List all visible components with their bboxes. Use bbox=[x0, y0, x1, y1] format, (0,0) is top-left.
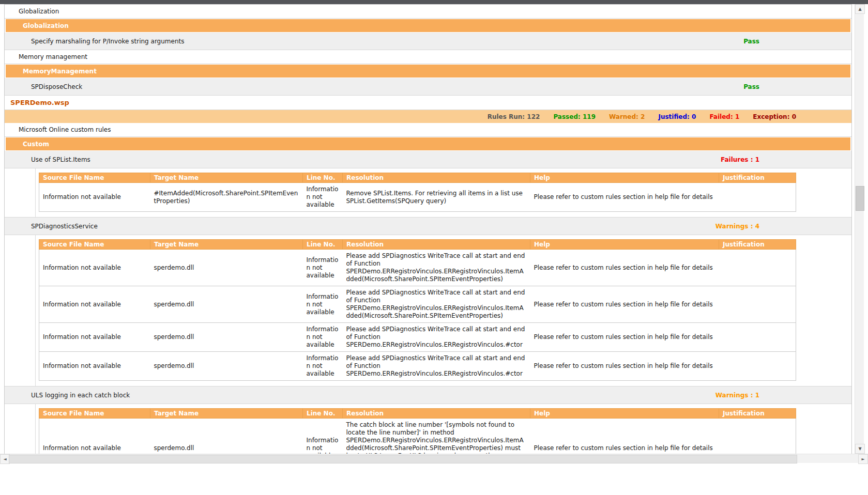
cell-source-file-name: Information not available bbox=[39, 352, 150, 381]
vertical-scrollbar[interactable]: ▲ ▼ bbox=[855, 4, 864, 454]
findings-table-wrap: Source File Name Target Name Line No. Re… bbox=[5, 404, 851, 454]
cell-help: Please refer to custom rules section in … bbox=[530, 183, 719, 212]
cell-target-name: sperdemo.dll bbox=[150, 352, 303, 381]
col-header-line-no: Line No. bbox=[303, 173, 343, 183]
group-banner-label: Custom bbox=[23, 141, 49, 148]
scroll-down-icon: ▼ bbox=[858, 447, 861, 451]
cell-help: Please refer to custom rules section in … bbox=[530, 419, 719, 455]
group-banner-label: Globalization bbox=[23, 22, 69, 29]
vertical-scrollbar-thumb[interactable] bbox=[856, 186, 864, 211]
scroll-right-button[interactable]: ► bbox=[858, 454, 868, 464]
cell-justification bbox=[719, 250, 796, 286]
cell-source-file-name: Information not available bbox=[39, 250, 150, 286]
col-header-justification: Justification bbox=[719, 173, 796, 183]
horizontal-scrollbar-thumb[interactable] bbox=[9, 455, 797, 463]
table-header-row: Source File Name Target Name Line No. Re… bbox=[39, 173, 796, 183]
cell-line-no: Information not available bbox=[303, 250, 343, 286]
summary-bar: Rules Run: 122 Passed: 119 Warned: 2 Jus… bbox=[5, 110, 851, 123]
cell-justification bbox=[719, 286, 796, 323]
rule-label: Specify marshaling for P/Invoke string a… bbox=[31, 38, 184, 45]
rule-row-spdisposecheck[interactable]: SPDisposeCheck Pass bbox=[5, 78, 851, 96]
col-header-line-no: Line No. bbox=[303, 409, 343, 419]
cell-resolution: The catch block at line number '[symbols… bbox=[343, 419, 530, 455]
group-banner-globalization: Globalization bbox=[6, 19, 850, 32]
cell-resolution: Remove SPList.Items. For retrieving all … bbox=[343, 183, 530, 212]
summary-justified: Justified: 0 bbox=[658, 113, 696, 120]
status-badge: Pass bbox=[743, 38, 759, 45]
col-header-source-file-name: Source File Name bbox=[39, 173, 150, 183]
cell-line-no: Information not available bbox=[303, 183, 343, 212]
cell-justification bbox=[719, 352, 796, 381]
summary-failed: Failed: 1 bbox=[709, 113, 739, 120]
table-row: Information not available sperdemo.dll I… bbox=[39, 323, 796, 352]
col-header-target-name: Target Name bbox=[150, 173, 303, 183]
table-row: Information not available sperdemo.dll I… bbox=[39, 250, 796, 286]
category-row-globalization[interactable]: Globalization bbox=[5, 5, 851, 19]
summary-warned: Warned: 2 bbox=[609, 113, 645, 120]
summary-passed: Passed: 119 bbox=[553, 113, 596, 120]
col-header-source-file-name: Source File Name bbox=[39, 409, 150, 419]
cell-justification bbox=[719, 323, 796, 352]
summary-rules-run: Rules Run: 122 bbox=[488, 113, 540, 120]
status-badge: Warnings : 1 bbox=[715, 392, 759, 399]
analysis-report: Globalization Globalization Specify mars… bbox=[4, 4, 852, 454]
status-badge: Failures : 1 bbox=[721, 156, 759, 163]
cell-line-no: Information not available bbox=[303, 352, 343, 381]
col-header-help: Help bbox=[530, 240, 719, 250]
rule-row-spdiagnosticsservice[interactable]: SPDiagnosticsService Warnings : 4 bbox=[5, 218, 851, 235]
rule-label: SPDisposeCheck bbox=[31, 83, 82, 90]
col-header-help: Help bbox=[530, 173, 719, 183]
table-row: Information not available sperdemo.dll I… bbox=[39, 352, 796, 381]
cell-resolution: Please add SPDiagnostics WriteTrace call… bbox=[343, 352, 530, 381]
cell-justification bbox=[719, 183, 796, 212]
summary-exception: Exception: 0 bbox=[753, 113, 796, 120]
window-top-strip bbox=[0, 0, 868, 4]
category-label: Memory management bbox=[19, 53, 87, 60]
rule-row-uls-logging[interactable]: ULS logging in each catch block Warnings… bbox=[5, 386, 851, 404]
cell-help: Please refer to custom rules section in … bbox=[530, 323, 719, 352]
cell-source-file-name: Information not available bbox=[39, 286, 150, 323]
cell-target-name: #ItemAdded(Microsoft.SharePoint.SPItemEv… bbox=[150, 183, 303, 212]
scroll-down-button[interactable]: ▼ bbox=[855, 444, 865, 454]
col-header-resolution: Resolution bbox=[343, 240, 530, 250]
cell-target-name: sperdemo.dll bbox=[150, 419, 303, 455]
category-row-memory-management[interactable]: Memory management bbox=[5, 50, 851, 64]
col-header-justification: Justification bbox=[719, 409, 796, 419]
col-header-target-name: Target Name bbox=[150, 409, 303, 419]
rule-label: SPDiagnosticsService bbox=[31, 223, 98, 230]
col-header-source-file-name: Source File Name bbox=[39, 240, 150, 250]
scroll-right-icon: ► bbox=[861, 457, 864, 461]
table-row: Information not available sperdemo.dll I… bbox=[39, 419, 796, 455]
rule-row-marshaling[interactable]: Specify marshaling for P/Invoke string a… bbox=[5, 33, 851, 50]
scroll-up-icon: ▲ bbox=[858, 7, 861, 11]
col-header-target-name: Target Name bbox=[150, 240, 303, 250]
package-row-sperdemo-wsp[interactable]: SPERDemo.wsp bbox=[5, 96, 851, 110]
group-banner-label: MemoryManagement bbox=[23, 68, 97, 75]
group-banner-custom: Custom bbox=[6, 137, 850, 150]
col-header-resolution: Resolution bbox=[343, 173, 530, 183]
table-header-row: Source File Name Target Name Line No. Re… bbox=[39, 409, 796, 419]
cell-line-no: Information not available bbox=[303, 419, 343, 455]
horizontal-scrollbar[interactable]: ◄ ► bbox=[0, 454, 868, 463]
cell-resolution: Please add SPDiagnostics WriteTrace call… bbox=[343, 323, 530, 352]
scroll-up-button[interactable]: ▲ bbox=[855, 4, 865, 14]
cell-target-name: sperdemo.dll bbox=[150, 323, 303, 352]
findings-table: Source File Name Target Name Line No. Re… bbox=[39, 408, 796, 454]
scroll-left-icon: ◄ bbox=[3, 457, 6, 461]
cell-justification bbox=[719, 419, 796, 455]
findings-table: Source File Name Target Name Line No. Re… bbox=[39, 239, 796, 381]
cell-source-file-name: Information not available bbox=[39, 323, 150, 352]
cell-line-no: Information not available bbox=[303, 323, 343, 352]
col-header-justification: Justification bbox=[719, 240, 796, 250]
cell-resolution: Please add SPDiagnostics WriteTrace call… bbox=[343, 250, 530, 286]
cell-help: Please refer to custom rules section in … bbox=[530, 250, 719, 286]
rule-label: Use of SPList.Items bbox=[31, 156, 90, 163]
rule-row-use-of-splist-items[interactable]: Use of SPList.Items Failures : 1 bbox=[5, 151, 851, 168]
cell-target-name: sperdemo.dll bbox=[150, 286, 303, 323]
findings-table-wrap: Source File Name Target Name Line No. Re… bbox=[5, 235, 851, 386]
col-header-resolution: Resolution bbox=[343, 409, 530, 419]
table-header-row: Source File Name Target Name Line No. Re… bbox=[39, 240, 796, 250]
cell-source-file-name: Information not available bbox=[39, 183, 150, 212]
category-row-custom-rules[interactable]: Microsoft Online custom rules bbox=[5, 123, 851, 137]
cell-line-no: Information not available bbox=[303, 286, 343, 323]
